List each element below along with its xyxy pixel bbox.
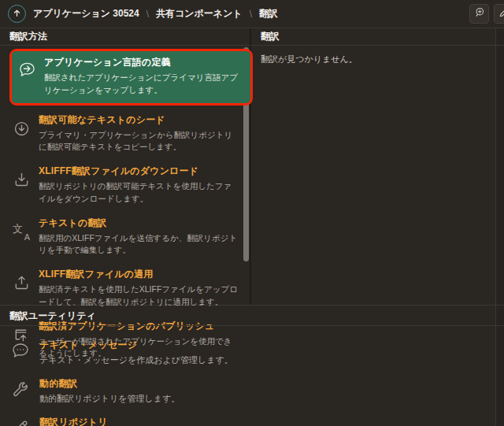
translate-icon-latin: A [24,232,30,242]
comments-icon [11,341,30,360]
breadcrumb-application[interactable]: アプリケーション 30524 [33,7,139,20]
utilities-list: テキスト・メッセージ テキスト・メッセージを作成および管理します。 動的翻訳 動… [0,326,504,426]
utility-item-title: 動的翻訳 [39,377,180,391]
method-item-define-application-languages[interactable]: アプリケーション言語の定義 翻訳されたアプリケーションにプライマリ言語アプリケー… [12,51,250,103]
wrench-icon [11,380,30,398]
translate-utilities-section: 翻訳ユーティリティ テキスト・メッセージ テキスト・メッセージを作成および管理し… [0,306,504,426]
utility-item-text-messages[interactable]: テキスト・メッセージ テキスト・メッセージを作成および管理します。 [0,333,504,372]
no-translations-message: 翻訳が見つかりません。 [251,46,504,73]
breadcrumb-bar: アプリケーション 30524 \ 共有コンポーネント \ 翻訳 [0,0,504,28]
utility-item-text: 翻訳リポジトリ 翻訳リポジトリの翻訳済テキストを手動で編集します。 [39,416,259,426]
method-item-title: テキストの翻訳 [39,217,239,230]
breadcrumb-separator: \ [250,9,252,20]
translations-panel: 翻訳 翻訳が見つかりません。 [251,28,504,305]
translate-icon: 文 A [13,223,31,241]
method-item-title: アプリケーション言語の定義 [44,56,243,69]
method-item-text: XLIFFF翻訳ファイルのダウンロード 翻訳リポジトリの翻訳可能テキストを使用し… [39,165,239,206]
annotation-highlight-box: アプリケーション言語の定義 翻訳されたアプリケーションにプライマリ言語アプリケー… [9,49,253,106]
translations-panel-title: 翻訳 [261,30,280,43]
up-arrow-icon [12,8,22,20]
breadcrumb: アプリケーション 30524 \ 共有コンポーネント \ 翻訳 [33,7,278,20]
utility-item-desc: 動的翻訳リポジトリを管理します。 [39,393,180,405]
breadcrumb-separator: \ [146,9,149,20]
download-icon [13,171,31,189]
utilities-header: 翻訳ユーティリティ [0,306,504,326]
method-item-title: 翻訳可能なテキストのシード [39,113,239,127]
translate-methods-panel: 翻訳方法 アプリケーション言語の定義 翻訳されたアプリケーションにプライマリ言語… [0,28,251,305]
utility-item-dynamic-translations[interactable]: 動的翻訳 動的翻訳リポジトリを管理します。 [0,372,504,410]
bubble-arrow-icon [18,61,36,79]
edit-page-button[interactable] [494,4,504,24]
main-content: 翻訳方法 アプリケーション言語の定義 翻訳されたアプリケーションにプライマリ言語… [0,28,504,306]
breadcrumb-shared-components[interactable]: 共有コンポーネント [156,7,243,20]
method-item-download-xliff[interactable]: XLIFFF翻訳ファイルのダウンロード 翻訳リポジトリの翻訳可能テキストを使用し… [0,159,250,211]
circle-down-icon [13,120,31,138]
method-item-seed-translatable-text[interactable]: 翻訳可能なテキストのシード プライマリ・アプリケーションから翻訳リポジトリに翻訳… [0,108,250,160]
topbar-actions [469,4,504,24]
methods-panel-title: 翻訳方法 [9,30,47,43]
utility-item-desc: テキスト・メッセージを作成および管理します。 [39,354,233,366]
translations-panel-header: 翻訳 [251,28,504,46]
utilities-title: 翻訳ユーティリティ [9,309,96,323]
up-one-level-button[interactable] [8,5,26,23]
pencil-icon [11,418,30,426]
utility-item-title: 翻訳リポジトリ [39,416,259,426]
feedback-bubble-plus-icon [473,6,486,21]
utility-item-translation-repository[interactable]: 翻訳リポジトリ 翻訳リポジトリの翻訳済テキストを手動で編集します。 [0,410,504,426]
utility-item-text: 動的翻訳 動的翻訳リポジトリを管理します。 [39,377,180,405]
method-item-text: アプリケーション言語の定義 翻訳されたアプリケーションにプライマリ言語アプリケー… [44,56,243,97]
method-item-desc: 翻訳リポジトリの翻訳可能テキストを使用したファイルをダウンロードします。 [39,180,239,206]
method-item-text: 翻訳可能なテキストのシード プライマリ・アプリケーションから翻訳リポジトリに翻訳… [39,113,239,154]
method-item-title: XLIFFF翻訳ファイルのダウンロード [39,165,239,178]
method-item-desc: 翻訳用のXLIFFファイルを送信するか、翻訳リポジトリを手動で編集します。 [39,232,239,257]
method-item-title: XLIFF翻訳ファイルの適用 [39,268,239,281]
upload-icon [13,274,31,292]
method-item-desc: プライマリ・アプリケーションから翻訳リポジトリに翻訳可能テキストをコピーします。 [39,129,239,154]
utility-item-title: テキスト・メッセージ [39,339,233,352]
methods-panel-header: 翻訳方法 [0,28,250,46]
utility-item-text: テキスト・メッセージ テキスト・メッセージを作成および管理します。 [39,339,233,366]
translate-icon-kanji: 文 [13,222,23,236]
method-item-text: テキストの翻訳 翻訳用のXLIFFファイルを送信するか、翻訳リポジトリを手動で編… [39,217,239,257]
method-item-text: XLIFF翻訳ファイルの適用 翻訳済テキストを使用したXLIFFファイルをアップ… [39,268,239,309]
feedback-button[interactable] [469,4,489,24]
method-item-desc: 翻訳されたアプリケーションにプライマリ言語アプリケーションをマップします。 [44,72,243,97]
edit-pencil-icon [498,6,504,21]
method-item-desc: 翻訳済テキストを使用したXLIFFファイルをアップロードして、翻訳を翻訳リポジト… [39,283,239,309]
method-item-translate-text[interactable]: 文 A テキストの翻訳 翻訳用のXLIFFファイルを送信するか、翻訳リポジトリを… [0,211,250,263]
breadcrumb-translate[interactable]: 翻訳 [259,7,278,20]
